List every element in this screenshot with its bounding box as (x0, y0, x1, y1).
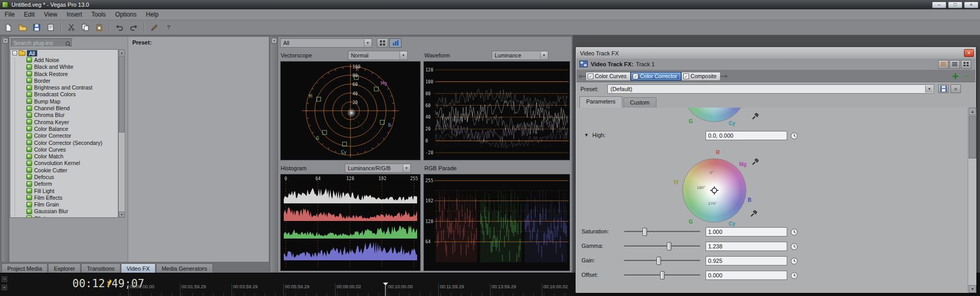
scroll-down-button[interactable]: ▼ (969, 285, 976, 293)
marker-tool-icon[interactable]: ≡ (2, 276, 7, 282)
window-grip[interactable]: × (2, 37, 9, 262)
animate-clock-icon[interactable] (789, 256, 799, 265)
menu-tools[interactable]: Tools (87, 10, 111, 19)
param-slider[interactable] (624, 245, 700, 247)
menu-options[interactable]: Options (111, 10, 141, 19)
redo-button[interactable] (127, 22, 140, 34)
plugin-item-border[interactable]: Border (10, 77, 118, 84)
plugin-item-add-noise[interactable]: Add Noise (10, 56, 118, 63)
pick-color-eyedropper-button[interactable] (749, 209, 758, 217)
param-value-input[interactable]: 0.925 (706, 256, 787, 265)
high-value-input[interactable]: 0.0, 0.000 (706, 131, 787, 140)
preset-select[interactable]: (Default) ▼ (607, 84, 934, 94)
pick-color-eyedropper-button[interactable] (751, 112, 759, 120)
menu-help[interactable]: Help (141, 10, 163, 19)
waveform-mode-select[interactable]: Luminance ▼ (492, 51, 548, 60)
collapse-triangle-icon[interactable]: ▼ (584, 132, 589, 138)
plugin-item-bump-map[interactable]: Bump Map (10, 98, 118, 105)
pick-color-eyedropper-button[interactable] (751, 157, 759, 166)
animate-clock-icon[interactable] (789, 131, 799, 140)
close-panel-button[interactable]: × (271, 38, 277, 43)
scroll-up-button[interactable]: ▲ (969, 108, 976, 115)
new-project-button[interactable] (2, 22, 15, 34)
dock-tab-video-fx[interactable]: Video FX (121, 263, 156, 273)
fx-enable-checkbox[interactable]: ✓ (633, 73, 638, 79)
whats-this-help-button[interactable]: ? (162, 22, 175, 34)
plugin-item-chroma-blur[interactable]: Chroma Blur (10, 112, 118, 119)
remove-fx-button[interactable] (962, 72, 971, 80)
dialog-title-bar[interactable]: Video Track FX × (576, 48, 975, 58)
tree-collapse-icon[interactable]: – (12, 51, 17, 55)
vectorscope-mode-select[interactable]: Normal ▼ (348, 51, 408, 60)
plugin-item-convolution-kernel[interactable]: Convolution Kernel (10, 160, 118, 167)
dropdown-arrow-icon[interactable]: ▼ (403, 165, 410, 172)
wheel-crosshair[interactable] (710, 186, 718, 195)
grid-view-button[interactable] (961, 60, 971, 69)
param-slider[interactable] (624, 274, 700, 276)
animate-clock-icon[interactable] (789, 271, 799, 280)
list-view-button[interactable] (950, 60, 960, 69)
fx-chip-color-corrector[interactable]: ✓Color Corrector (631, 72, 681, 81)
plugin-item-brightness-and-contrast[interactable]: Brightness and Contrast (10, 84, 118, 91)
update-scopes-button[interactable] (377, 38, 388, 48)
pen-tool-icon[interactable]: ▾ (2, 285, 7, 290)
fx-chain-view-button[interactable] (938, 60, 948, 69)
plugin-item-color-match[interactable]: Color Match (10, 153, 118, 159)
plugin-item-color-balance[interactable]: Color Balance (10, 125, 118, 132)
normal-edit-tool-button[interactable] (148, 22, 161, 34)
slider-thumb[interactable] (642, 228, 647, 236)
scope-layout-select[interactable]: All ▼ (280, 38, 372, 48)
tree-root-row[interactable]: –All (10, 50, 118, 56)
video-track-fx-dialog[interactable]: Video Track FX × Video Track FX: Track 1… (575, 47, 976, 293)
dropdown-arrow-icon[interactable]: ▼ (400, 52, 407, 59)
plugin-item-film-grain[interactable]: Film Grain (10, 201, 118, 208)
window-grip[interactable]: × (270, 37, 278, 272)
scrollbar-thumb[interactable] (969, 116, 976, 158)
plugin-tree-scrollbar[interactable]: ▲ ▼ (118, 49, 125, 218)
tab-custom[interactable]: Custom (623, 97, 656, 108)
cut-button[interactable] (65, 22, 78, 34)
param-slider[interactable] (624, 260, 700, 262)
maximize-button[interactable]: □ (948, 2, 962, 8)
dropdown-arrow-icon[interactable]: ▼ (364, 39, 371, 47)
scope-settings-button[interactable] (389, 38, 402, 48)
tab-parameters[interactable]: Parameters (579, 96, 622, 108)
scroll-down-button[interactable]: ▼ (119, 212, 125, 217)
slider-thumb[interactable] (667, 242, 671, 250)
plugin-item-channel-blend[interactable]: Channel Blend (10, 105, 118, 111)
menu-edit[interactable]: Edit (19, 10, 39, 19)
project-properties-button[interactable] (44, 22, 57, 34)
plugin-item-color-corrector-secondary[interactable]: Color Corrector (Secondary) (10, 139, 118, 146)
plugin-item-gaussian-blur[interactable]: Gaussian Blur (10, 208, 118, 215)
param-value-input[interactable]: 0.000 (706, 271, 787, 280)
minimize-button[interactable]: – (932, 2, 946, 8)
param-value-input[interactable]: 1.000 (706, 227, 787, 236)
menu-view[interactable]: View (39, 10, 62, 19)
dock-tab-project-media[interactable]: Project Media (2, 263, 48, 273)
plugin-item-fill-light[interactable]: Fill Light (10, 187, 118, 194)
animate-clock-icon[interactable] (789, 227, 799, 236)
plugin-item-defocus[interactable]: Defocus (10, 173, 118, 180)
delete-preset-button[interactable]: × (951, 84, 961, 93)
plugin-item-glint[interactable]: Glint (10, 215, 118, 218)
histogram-mode-select[interactable]: Luminance/R/G/B ▼ (345, 164, 411, 173)
close-panel-button[interactable]: × (3, 38, 8, 43)
plugin-item-black-restore[interactable]: Black Restore (10, 70, 118, 77)
dock-tab-transitions[interactable]: Transitions (81, 263, 120, 273)
slider-thumb[interactable] (656, 257, 661, 265)
param-value-input[interactable]: 1.238 (706, 242, 787, 251)
slider-thumb[interactable] (660, 271, 665, 279)
open-button[interactable] (16, 22, 29, 34)
plugin-item-color-corrector[interactable]: Color Corrector (10, 132, 118, 139)
undo-button[interactable] (113, 22, 126, 34)
param-slider[interactable] (624, 231, 700, 233)
animate-clock-icon[interactable] (789, 242, 799, 251)
dropdown-arrow-icon[interactable]: ▼ (540, 52, 547, 59)
menu-insert[interactable]: Insert (62, 10, 87, 19)
dialog-scrollbar[interactable]: ▲ ▼ (968, 108, 976, 293)
plugin-item-film-effects[interactable]: Film Effects (10, 194, 118, 201)
dialog-close-button[interactable]: × (964, 49, 974, 57)
fx-chip-color-curves[interactable]: ✓Color Curves (586, 72, 631, 81)
scrollbar-thumb[interactable] (119, 56, 125, 132)
plugin-item-chroma-keyer[interactable]: Chroma Keyer (10, 119, 118, 125)
